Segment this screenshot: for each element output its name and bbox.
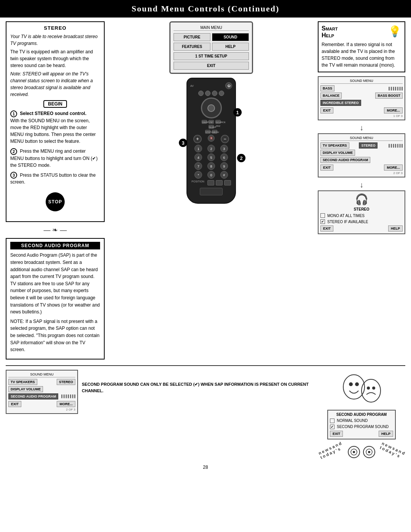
- tv-main-menu-screen: MAIN MENU PICTURE SOUND FEATURES HELP 1 …: [169, 21, 253, 74]
- bottom-middle-text: SECOND PROGRAM SOUND CAN ONLY BE SELECTE…: [82, 370, 314, 395]
- tv-btn-sound: SOUND: [212, 33, 249, 41]
- remote-input-btn[interactable]: [198, 91, 204, 96]
- option-stereo-row: ✔ STEREO IF AVAILABLE: [320, 219, 403, 224]
- sap-help-btn: HELP: [379, 431, 393, 437]
- sound-menu-2-title: SOUND MENU: [320, 136, 403, 141]
- step1: 1 Select STEREO sound control. With the …: [10, 110, 100, 145]
- option-stereo-label: STEREO IF AVAILABLE: [327, 220, 368, 224]
- remote-nav-center[interactable]: [207, 104, 215, 112]
- sap-para1: Second Audio Program (SAP) is part of th…: [10, 252, 100, 315]
- remote-bottom-rect: [200, 188, 223, 195]
- stereo-intro-text: The TV is equipped with an amplifier and…: [10, 48, 100, 69]
- bottom-page-indicator: 2 OF 3: [8, 408, 75, 411]
- tv-btn-features: FEATURES: [174, 43, 210, 51]
- header-title: Sound Menu Controls (Continued): [132, 4, 280, 13]
- remote-num-1[interactable]: 1: [194, 145, 202, 152]
- stereo-exit-row: EXIT HELP: [320, 225, 403, 232]
- remote-num-0[interactable]: 0: [207, 171, 215, 179]
- headphones-decoration: 🎧: [320, 193, 403, 206]
- remote-num-star[interactable]: *: [194, 171, 202, 179]
- remote-num-4[interactable]: 4: [194, 153, 202, 161]
- remote-vol-up[interactable]: +: [193, 135, 202, 143]
- remote-num-3[interactable]: 3: [220, 145, 228, 152]
- svg-point-5: [372, 387, 375, 390]
- left-column: STEREO Your TV is able to receive broadc…: [6, 21, 105, 359]
- tv-btn-exit: EXIT: [174, 62, 249, 70]
- remote-swap-btn[interactable]: [205, 91, 210, 96]
- remote-num-2[interactable]: 2: [207, 145, 215, 152]
- remote-source-btn[interactable]: [219, 91, 224, 96]
- remote-menu-row: STATUS MENU: [190, 130, 232, 134]
- stereo-note: Note: STEREO will appear on the TV's cha…: [10, 70, 100, 98]
- remote-sleep-btn[interactable]: SLEEP: [209, 125, 214, 129]
- menu-exit-row-2: EXIT MORE...: [320, 165, 403, 171]
- remote-mute-btn[interactable]: 🔇: [208, 135, 215, 142]
- step3-text: Press the STATUS button to clear the scr…: [10, 173, 96, 185]
- decorative-divider: — ❧ —: [6, 226, 105, 234]
- remote-pos-btn3[interactable]: [224, 180, 231, 185]
- remote-pip-btn[interactable]: [212, 91, 217, 96]
- remote-pip2-btn[interactable]: PIP ON: [209, 120, 214, 124]
- menu-bassboost-btn: BASS BOOST: [375, 93, 403, 99]
- stereo-title: STEREO: [10, 25, 100, 31]
- menu-balance-row: BALANCE BASS BOOST: [320, 93, 403, 99]
- svg-point-0: [343, 375, 365, 399]
- remote-power-btn[interactable]: ⏻: [225, 82, 232, 89]
- remote-status-btn[interactable]: STATUS: [205, 130, 210, 134]
- remote-num-7[interactable]: 7: [194, 162, 202, 170]
- sap-second-row: ✔ SECOND PROGRAM SOUND: [330, 425, 393, 429]
- bottom-exit-row: EXIT MORE...: [8, 401, 75, 407]
- option-mono-label: MONO AT ALL TIMES: [327, 214, 365, 218]
- bottom-stereo-btn: STEREO: [57, 379, 75, 385]
- begin-label: BEGIN: [43, 100, 67, 108]
- sound-menu-1-title: SOUND MENU: [320, 79, 403, 84]
- bottom-tv-speakers-row: TV SPEAKERS STEREO: [8, 379, 75, 385]
- speaker-right-icon: [363, 446, 376, 459]
- checkbox-second-program: ✔: [330, 425, 335, 429]
- checkbox-mono: [320, 213, 325, 218]
- bottom-display-vol-row: DISPLAY VOLUME: [8, 386, 75, 392]
- remote-menu-btn[interactable]: MENU: [212, 130, 217, 134]
- remote-control: AV ⏻ SWAP PIP ON SOURCE: [186, 78, 236, 204]
- menu-stereo-btn: STEREO: [359, 142, 378, 149]
- bottom-sap-row: SECOND AUDIO PROGRAM ▐▐▐▐▐▐▐: [8, 393, 75, 399]
- remote-nav-ring[interactable]: [201, 97, 222, 118]
- step1-circle: 1: [10, 110, 17, 117]
- remote-num-6[interactable]: 6: [220, 153, 228, 161]
- remote-swap2-btn[interactable]: SWAP: [202, 120, 207, 124]
- stereo-options-title: STEREO: [320, 207, 403, 211]
- menu-display-vol-btn: DISPLAY VOLUME: [320, 150, 355, 156]
- remote-sleep-row: SLEEP: [190, 125, 232, 129]
- remote-position-label: POSITION: [191, 180, 204, 185]
- bottom-layout: SOUND MENU TV SPEAKERS STEREO DISPLAY VO…: [0, 368, 411, 461]
- callout-3: 3: [179, 139, 187, 147]
- step1-text: Select STEREO sound control.: [20, 111, 86, 116]
- remote-num-hash[interactable]: #: [220, 171, 228, 179]
- sap-exit-btn: EXIT: [330, 431, 343, 437]
- remote-pos-btn2[interactable]: [216, 180, 223, 185]
- smart-help-title: Smart Help: [322, 25, 338, 39]
- remote-pos-btn1[interactable]: [207, 180, 214, 185]
- menu-balance-btn: BALANCE: [320, 93, 342, 99]
- arrow-down-2: ↓: [318, 181, 405, 189]
- sap-normal-label: NORMAL SOUND: [337, 419, 368, 423]
- sap-second-label: SECOND PROGRAM SOUND: [337, 425, 389, 429]
- step2-circle: 2: [10, 148, 17, 155]
- step2: 2 Press the MENU ring and center MENU bu…: [10, 148, 100, 169]
- bottom-left-area: SOUND MENU TV SPEAKERS STEREO DISPLAY VO…: [6, 370, 78, 417]
- bottom-right-area: SECOND AUDIO PROGRAM NORMAL SOUND ✔ SECO…: [318, 370, 405, 459]
- remote-source2-btn[interactable]: SOURCE FRZ: [215, 120, 221, 124]
- right-column: Smart Help 💡 Remember. If a stereo signa…: [318, 21, 405, 359]
- stereo-exit-btn: EXIT: [320, 225, 333, 232]
- remote-num-8[interactable]: 8: [207, 162, 215, 170]
- remote-num-9[interactable]: 9: [220, 162, 228, 170]
- remote-vol-down[interactable]: −: [221, 135, 229, 143]
- tv-menu-title: MAIN MENU: [174, 26, 249, 31]
- tv-menu-grid: PICTURE SOUND FEATURES HELP 1 ST TIME SE…: [174, 33, 249, 70]
- smart-help-text: Remember. If a stereo signal is not avai…: [322, 41, 401, 69]
- remote-num-5[interactable]: 5: [207, 153, 215, 161]
- remote-pos-row: POSITION: [190, 180, 232, 185]
- sound-menu-2-screen: SOUND MENU TV SPEAKERS STEREO ▐▐▐▐▐▐▐ DI…: [318, 133, 405, 177]
- menu-tv-speakers-btn: TV SPEAKERS: [320, 142, 349, 149]
- page-header: Sound Menu Controls (Continued): [0, 0, 411, 18]
